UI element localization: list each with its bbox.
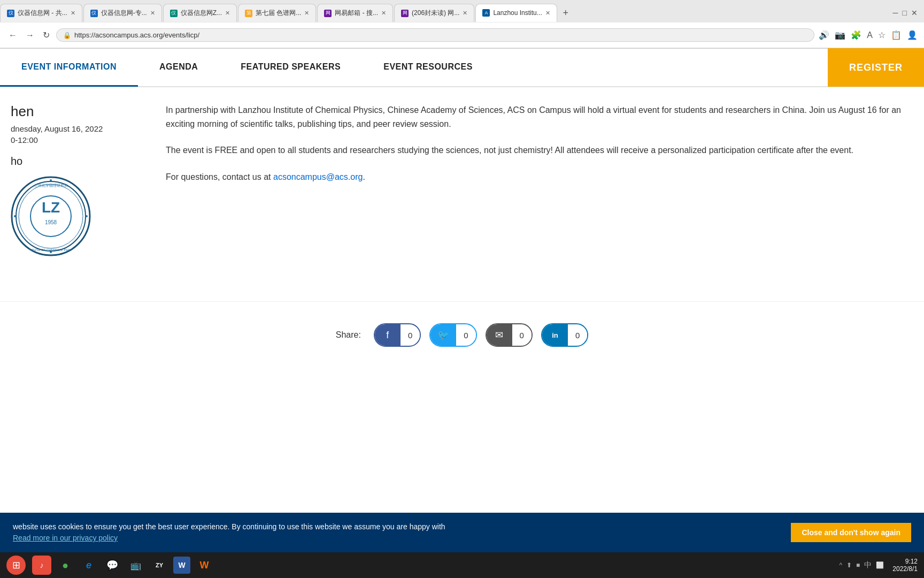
- email-icon: ✉: [487, 323, 512, 347]
- tab-2-label: 仪器信息网-专...: [101, 9, 147, 18]
- tab-1-favicon: 仪: [7, 10, 14, 17]
- translate-icon[interactable]: A: [867, 31, 873, 40]
- tab-2-close[interactable]: ✕: [150, 10, 155, 17]
- collections-icon[interactable]: 📋: [891, 30, 902, 40]
- tab-5-label: 网易邮箱 - 搜...: [335, 9, 378, 18]
- facebook-icon: f: [375, 323, 401, 347]
- event-time: 0-12:00: [11, 135, 139, 144]
- facebook-count: 0: [401, 331, 420, 340]
- share-section: Share: f 0 🐦 0 ✉ 0 in 0: [0, 301, 924, 368]
- tab-bar: 仪 仪器信息网 - 共... ✕ 仪 仪器信息网-专... ✕ 仪 仪器信息网Z…: [0, 0, 924, 22]
- tab-3-close[interactable]: ✕: [225, 10, 230, 17]
- read-aloud-icon[interactable]: 🔊: [819, 30, 829, 40]
- event-title: hen: [11, 103, 139, 120]
- twitter-icon: 🐦: [430, 323, 456, 347]
- maximize-button[interactable]: □: [903, 9, 907, 17]
- nav-featured-speakers-label: FEATURED SPEAKERS: [241, 62, 341, 72]
- svg-point-0: [12, 177, 90, 255]
- nav-agenda[interactable]: AGENDA: [138, 48, 219, 87]
- tab-3[interactable]: 仪 仪器信息网Z... ✕: [163, 4, 237, 22]
- tab-7[interactable]: A Lanzhou Institu... ✕: [475, 4, 557, 22]
- refresh-button[interactable]: ↻: [41, 28, 52, 42]
- nav-featured-speakers[interactable]: FEATURED SPEAKERS: [219, 48, 362, 87]
- share-label: Share:: [336, 330, 361, 340]
- tab-6-label: (206封未读) 网...: [412, 9, 459, 18]
- event-date: dnesday, August 16, 2022: [11, 124, 139, 133]
- nav-event-information[interactable]: EVENT INFORMATION: [0, 48, 138, 87]
- nav-event-resources-label: EVENT RESOURCES: [383, 62, 473, 72]
- svg-text:LZ: LZ: [42, 199, 60, 216]
- url-text: https://acsoncampus.acs.org/events/licp/: [74, 31, 199, 39]
- tab-4[interactable]: 第 第七届 色谱网... ✕: [238, 4, 316, 22]
- nav-agenda-label: AGENDA: [159, 62, 198, 72]
- sidebar: hen dnesday, August 16, 2022 0-12:00 ho …: [0, 103, 150, 285]
- register-label: REGISTER: [849, 62, 903, 73]
- nav-event-resources[interactable]: EVENT RESOURCES: [362, 48, 494, 87]
- svg-point-8: [50, 179, 52, 181]
- linkedin-icon: in: [542, 323, 568, 347]
- tab-4-label: 第七届 色谱网...: [256, 9, 301, 18]
- tab-3-favicon: 仪: [170, 10, 178, 17]
- contact-email-link[interactable]: acsoncampus@acs.org: [273, 172, 363, 181]
- svg-text:1958: 1958: [45, 219, 57, 225]
- window-controls: ─ □ ✕: [893, 9, 924, 17]
- svg-point-11: [86, 215, 88, 217]
- email-share-button[interactable]: ✉ 0: [486, 323, 533, 347]
- content-para-2: The event is FREE and open to all studen…: [166, 143, 908, 157]
- tab-1-label: 仪器信息网 - 共...: [18, 9, 67, 18]
- back-button[interactable]: ←: [6, 28, 19, 42]
- content-para-3-suffix: .: [363, 172, 365, 181]
- org-logo: LZ 1958 兰州化学物理研究所 INSTITUTE OF CHEMICAL …: [11, 176, 91, 256]
- tab-6[interactable]: 网 (206封未读) 网... ✕: [394, 4, 474, 22]
- tab-5[interactable]: 网 网易邮箱 - 搜... ✕: [317, 4, 393, 22]
- twitter-count: 0: [456, 331, 475, 340]
- lock-icon: 🔒: [63, 32, 71, 39]
- org-logo-container: LZ 1958 兰州化学物理研究所 INSTITUTE OF CHEMICAL …: [11, 176, 139, 258]
- browser-chrome: 仪 仪器信息网 - 共... ✕ 仪 仪器信息网-专... ✕ 仪 仪器信息网Z…: [0, 0, 924, 49]
- tab-6-favicon: 网: [401, 10, 409, 17]
- tab-5-favicon: 网: [324, 10, 332, 17]
- tab-7-favicon: A: [482, 9, 490, 17]
- screen-capture-icon[interactable]: 📷: [835, 30, 845, 40]
- tab-6-close[interactable]: ✕: [463, 10, 467, 17]
- content-para-3: For questions, contact us at acsoncampus…: [166, 170, 908, 184]
- svg-point-9: [50, 251, 52, 253]
- tab-1-close[interactable]: ✕: [71, 10, 75, 17]
- site-nav: EVENT INFORMATION AGENDA FEATURED SPEAKE…: [0, 49, 924, 87]
- content-para-1: In partnership with Lanzhou Institute of…: [166, 103, 908, 131]
- url-input[interactable]: 🔒 https://acsoncampus.acs.org/events/lic…: [56, 28, 814, 42]
- toolbar-icons: 🔊 📷 🧩 A ☆ 📋 👤: [819, 30, 918, 40]
- linkedin-count: 0: [568, 331, 587, 340]
- nav-event-information-label: EVENT INFORMATION: [21, 62, 117, 72]
- new-tab-button[interactable]: +: [558, 5, 573, 20]
- svg-point-10: [14, 215, 16, 217]
- content-para-3-prefix: For questions, contact us at: [166, 172, 273, 181]
- register-button[interactable]: REGISTER: [828, 48, 924, 87]
- minimize-button[interactable]: ─: [893, 9, 898, 17]
- tab-5-close[interactable]: ✕: [381, 10, 386, 17]
- tab-2[interactable]: 仪 仪器信息网-专... ✕: [83, 4, 162, 22]
- close-button[interactable]: ✕: [911, 9, 918, 17]
- tab-7-close[interactable]: ✕: [545, 10, 550, 17]
- svg-text:兰州化学物理研究所: 兰州化学物理研究所: [34, 184, 68, 187]
- tab-1[interactable]: 仪 仪器信息网 - 共... ✕: [0, 4, 82, 22]
- address-bar: ← → ↻ 🔒 https://acsoncampus.acs.org/even…: [0, 22, 924, 48]
- twitter-share-button[interactable]: 🐦 0: [429, 323, 476, 347]
- tab-2-favicon: 仪: [90, 10, 98, 17]
- tab-7-label: Lanzhou Institu...: [493, 9, 542, 17]
- favorites-icon[interactable]: ☆: [878, 30, 886, 40]
- content-area: In partnership with Lanzhou Institute of…: [150, 103, 924, 285]
- tab-3-label: 仪器信息网Z...: [181, 9, 222, 18]
- linkedin-share-button[interactable]: in 0: [541, 323, 588, 347]
- profile-icon[interactable]: 👤: [907, 30, 918, 40]
- main-content: hen dnesday, August 16, 2022 0-12:00 ho …: [0, 87, 924, 301]
- forward-button[interactable]: →: [24, 28, 36, 42]
- email-count: 0: [512, 331, 532, 340]
- who-label: ho: [11, 155, 139, 168]
- extensions-icon[interactable]: 🧩: [851, 30, 861, 40]
- facebook-share-button[interactable]: f 0: [374, 323, 421, 347]
- tab-4-close[interactable]: ✕: [304, 10, 309, 17]
- tab-4-favicon: 第: [245, 10, 252, 17]
